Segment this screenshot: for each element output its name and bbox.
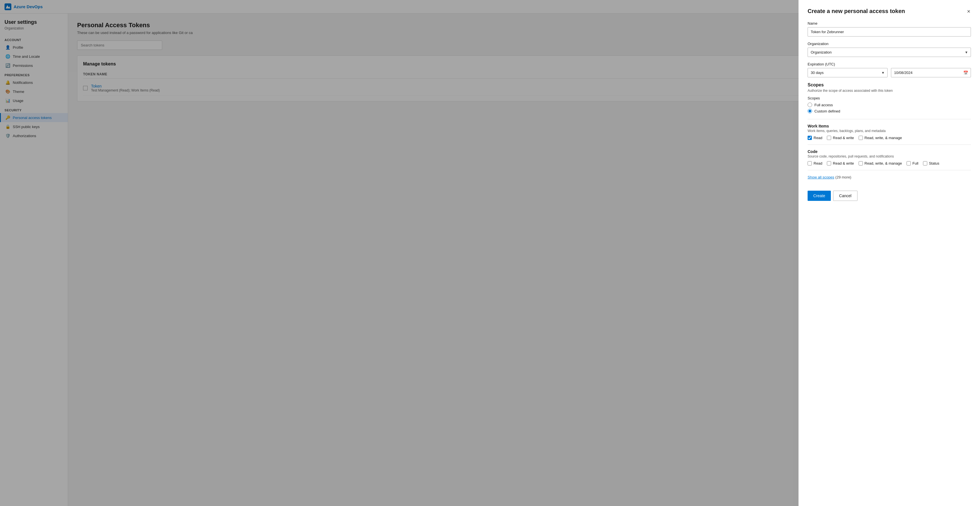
full-access-label: Full access: [815, 103, 833, 107]
expiration-select-wrapper: 30 days 60 days 90 days 180 days 1 year …: [808, 68, 888, 77]
wi-read-write-label: Read & write: [833, 136, 854, 140]
modal-panel: Create a new personal access token × Nam…: [799, 0, 980, 506]
code-read-write-label: Read & write: [833, 161, 854, 165]
code-read-write-manage-option[interactable]: Read, write, & manage: [859, 161, 902, 165]
wi-read-write-manage-option[interactable]: Read, write, & manage: [859, 136, 902, 140]
work-items-desc: Work items, queries, backlogs, plans, an…: [808, 129, 971, 133]
full-access-radio[interactable]: [808, 103, 812, 107]
wi-read-write-checkbox[interactable]: [827, 136, 831, 140]
full-access-option[interactable]: Full access: [808, 103, 971, 107]
code-read-write-manage-label: Read, write, & manage: [865, 161, 902, 165]
wi-read-write-option[interactable]: Read & write: [827, 136, 854, 140]
scopes-section: Scopes Authorize the scope of access ass…: [808, 82, 971, 113]
name-input[interactable]: [808, 27, 971, 36]
create-button[interactable]: Create: [808, 191, 831, 201]
organization-select-wrapper: Organization All accessible organization…: [808, 48, 971, 57]
code-scope: Code Source code, repositories, pull req…: [808, 149, 971, 165]
organization-select[interactable]: Organization All accessible organization…: [808, 48, 971, 57]
work-items-scope: Work Items Work items, queries, backlogs…: [808, 124, 971, 140]
code-read-write-option[interactable]: Read & write: [827, 161, 854, 165]
code-full-checkbox[interactable]: [907, 161, 911, 165]
wi-read-checkbox[interactable]: [808, 136, 812, 140]
code-read-label: Read: [813, 161, 822, 165]
organization-label: Organization: [808, 42, 971, 46]
code-read-option[interactable]: Read: [808, 161, 822, 165]
show-all-scopes-link[interactable]: Show all scopes: [808, 175, 834, 179]
code-full-option[interactable]: Full: [907, 161, 918, 165]
scopes-radio-group: Full access Custom defined: [808, 103, 971, 113]
modal-close-button[interactable]: ×: [964, 7, 973, 16]
organization-field-group: Organization Organization All accessible…: [808, 42, 971, 57]
cancel-button[interactable]: Cancel: [833, 191, 858, 201]
expiration-row: 30 days 60 days 90 days 180 days 1 year …: [808, 68, 971, 77]
code-status-checkbox[interactable]: [923, 161, 927, 165]
custom-defined-label: Custom defined: [815, 109, 840, 113]
code-read-checkbox[interactable]: [808, 161, 812, 165]
scopes-label: Scopes: [808, 96, 971, 100]
name-label: Name: [808, 21, 971, 25]
modal-title: Create a new personal access token: [808, 8, 971, 14]
code-status-option[interactable]: Status: [923, 161, 939, 165]
code-title: Code: [808, 149, 971, 154]
wi-read-label: Read: [813, 136, 822, 140]
code-status-label: Status: [929, 161, 939, 165]
scopes-desc: Authorize the scope of access associated…: [808, 89, 971, 93]
modal-overlay[interactable]: Create a new personal access token × Nam…: [0, 0, 980, 506]
scopes-title: Scopes: [808, 82, 971, 87]
work-items-title: Work Items: [808, 124, 971, 128]
date-input-wrapper: 📅: [891, 68, 971, 77]
expiration-field-group: Expiration (UTC) 30 days 60 days 90 days…: [808, 62, 971, 77]
code-desc: Source code, repositories, pull requests…: [808, 154, 971, 159]
wi-read-option[interactable]: Read: [808, 136, 822, 140]
show-all-scopes-count: (29 more): [835, 175, 851, 179]
custom-defined-option[interactable]: Custom defined: [808, 109, 971, 113]
custom-defined-radio[interactable]: [808, 109, 812, 113]
expiration-date-input[interactable]: [891, 68, 971, 77]
work-items-options: Read Read & write Read, write, & manage: [808, 136, 971, 140]
show-all-scopes-row: Show all scopes (29 more): [808, 175, 971, 179]
wi-read-write-manage-label: Read, write, & manage: [865, 136, 902, 140]
code-full-label: Full: [913, 161, 918, 165]
code-options: Read Read & write Read, write, & manage …: [808, 161, 971, 165]
expiration-select[interactable]: 30 days 60 days 90 days 180 days 1 year …: [808, 68, 888, 77]
wi-read-write-manage-checkbox[interactable]: [859, 136, 863, 140]
code-read-write-checkbox[interactable]: [827, 161, 831, 165]
expiration-label: Expiration (UTC): [808, 62, 971, 66]
divider-1: [808, 119, 971, 119]
code-read-write-manage-checkbox[interactable]: [859, 161, 863, 165]
name-field-group: Name: [808, 21, 971, 36]
divider-2: [808, 144, 971, 145]
modal-footer: Create Cancel: [808, 186, 971, 201]
divider-3: [808, 170, 971, 170]
